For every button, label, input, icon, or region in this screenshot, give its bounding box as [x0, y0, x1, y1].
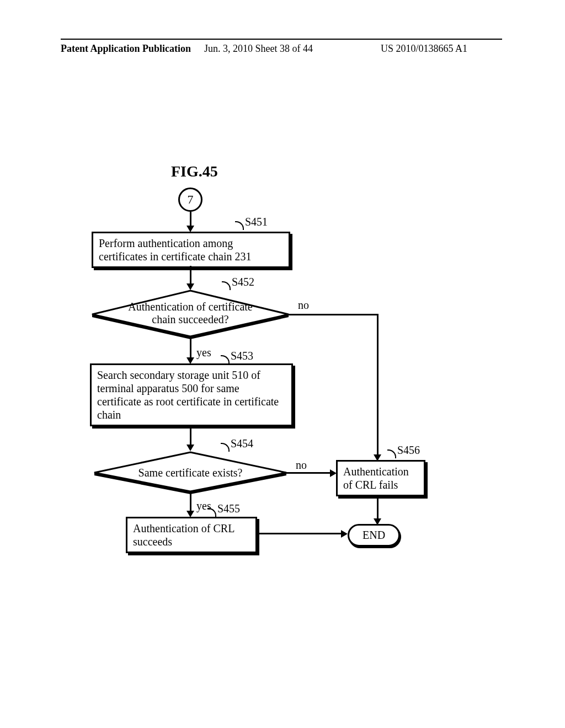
header-right: US 2010/0138665 A1 [381, 43, 467, 55]
process-s453: Search secondary storage unit 510 of ter… [90, 363, 293, 426]
step-label-s454: S454 [231, 437, 253, 450]
process-text: Search secondary storage unit 510 of ter… [97, 369, 279, 421]
header-left: Patent Application Publication [61, 43, 191, 55]
flowline [377, 495, 379, 522]
edge-label-no: no [298, 299, 309, 312]
process-s455: Authentication of CRL succeeds [126, 517, 257, 553]
decision-s454 [92, 451, 289, 494]
arrowhead-down-icon [186, 445, 194, 451]
page: { "header": { "left": "Patent Applicatio… [0, 0, 565, 728]
label-leader [387, 449, 396, 458]
flowline [286, 472, 334, 474]
step-label-s456: S456 [397, 444, 420, 457]
header-rule [61, 39, 502, 40]
svg-marker-0 [92, 291, 289, 336]
connector-label: 7 [188, 192, 194, 207]
connector-circle: 7 [178, 188, 202, 212]
svg-marker-2 [94, 452, 286, 491]
process-text: Perform authentication among certificate… [99, 237, 252, 263]
label-leader [207, 508, 216, 517]
label-leader [235, 221, 244, 230]
flowline [259, 533, 345, 534]
flowline [289, 314, 378, 315]
process-s456: Authentication of CRL fails [336, 460, 425, 496]
process-text: Authentication of CRL succeeds [133, 522, 234, 548]
figure-title: FIG.45 [171, 163, 218, 180]
step-label-s452: S452 [232, 276, 254, 288]
edge-label-no: no [296, 459, 307, 472]
arrowhead-right-icon [341, 530, 348, 538]
step-label-s453: S453 [231, 350, 253, 362]
flowline [377, 314, 379, 458]
process-s451: Perform authentication among certificate… [92, 232, 290, 268]
step-label-s455: S455 [217, 502, 240, 515]
edge-label-yes: yes [196, 346, 211, 359]
label-leader [221, 443, 230, 452]
step-label-s451: S451 [245, 216, 268, 228]
label-leader [222, 281, 231, 290]
decision-s452 [90, 290, 291, 339]
label-leader [221, 355, 230, 364]
terminator-label: END [363, 529, 385, 541]
header-center: Jun. 3, 2010 Sheet 38 of 44 [204, 43, 313, 55]
terminator-end: END [348, 524, 400, 547]
process-text: Authentication of CRL fails [343, 465, 409, 491]
